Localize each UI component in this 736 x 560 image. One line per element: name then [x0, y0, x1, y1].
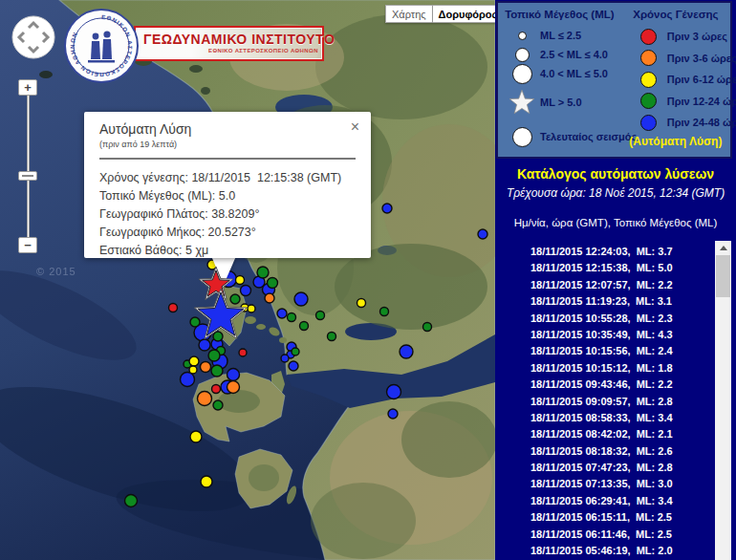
- legend-size-item: 4.0 < ML ≤ 5.0: [498, 64, 621, 83]
- magnitude-circle-icon: [508, 127, 536, 147]
- legend-time-title: Χρόνος Γένεσης: [621, 9, 730, 20]
- legend-time-label: Πριν 12-24 ώρες: [667, 96, 736, 107]
- legend-time-label: Πριν 3-6 ώρες: [667, 53, 736, 64]
- legend-size-item: ML ≤ 2.5: [498, 26, 621, 45]
- catalog-entry[interactable]: 18/11/2015 06:11:46, ML: 2.5: [495, 527, 715, 543]
- legend-panel: Τοπικό Μέγεθος (ML) ML ≤ 2.52.5 < ML ≤ 4…: [496, 1, 732, 159]
- legend-size-label: ML ≤ 2.5: [540, 30, 581, 41]
- legend-magnitude-title: Τοπικό Μέγεθος (ML): [498, 9, 621, 20]
- legend-time-item: Πριν 3 ώρες: [621, 26, 730, 48]
- catalog-entry[interactable]: 18/11/2015 05:46:19, ML: 2.0: [495, 543, 715, 559]
- legend-time-label: Πριν 3 ώρες: [667, 31, 727, 42]
- map-pan-control[interactable]: [11, 15, 55, 59]
- catalog-entry[interactable]: 18/11/2015 08:42:02, ML: 2.1: [495, 426, 715, 442]
- legend-time-item: Πριν 12-24 ώρες: [621, 91, 730, 113]
- catalog-title: Κατάλογος αυτόματων λύσεων: [495, 166, 736, 182]
- popup-detail-line: Χρόνος γένεσης: 18/11/2015 12:15:38 (GMT…: [99, 169, 356, 187]
- zoom-out-button[interactable]: −: [18, 237, 37, 253]
- popup-details: Χρόνος γένεσης: 18/11/2015 12:15:38 (GMT…: [99, 169, 356, 260]
- catalog-entry[interactable]: 18/11/2015 07:13:35, ML: 3.0: [495, 476, 715, 492]
- institute-banner: ΓΕΩΔΥΝΑΜΙΚΟ ΙΝΣΤΙΤΟΥΤΟ ΕΘΝΙΚΟ ΑΣΤΕΡΟΣΚΟΠ…: [134, 26, 324, 61]
- legend-size-item: ML > 5.0: [498, 83, 621, 121]
- magnitude-circle-icon: [508, 32, 536, 40]
- legend-time-label: Πριν 6-12 ώρες: [667, 74, 736, 85]
- catalog-entry[interactable]: 18/11/2015 06:15:11, ML: 2.5: [495, 509, 715, 526]
- legend-size-label: ML > 5.0: [540, 97, 582, 108]
- map-type-button-satellite[interactable]: Δορυφόρος: [433, 5, 495, 23]
- catalog-columns-label: Ημ/νία, ώρα (GMT), Τοπικό Μέγεθος (ML): [495, 217, 736, 228]
- last-earthquake-star[interactable]: [198, 292, 244, 335]
- zoom-slider-handle[interactable]: [18, 171, 37, 181]
- legend-footer: (Αυτόματη Λύση): [621, 135, 730, 148]
- legend-time-item: Πριν 24-48 ώρες: [621, 112, 730, 134]
- catalog-entry[interactable]: 18/11/2015 06:29:41, ML: 3.4: [495, 493, 715, 509]
- catalog-entry[interactable]: 18/11/2015 10:55:28, ML: 2.3: [495, 311, 715, 327]
- map-type-button-map[interactable]: Χάρτης: [385, 5, 433, 23]
- time-color-icon: [635, 93, 663, 109]
- catalog-entry[interactable]: 18/11/2015 09:09:57, ML: 2.8: [495, 394, 715, 410]
- scrollbar-thumb[interactable]: [716, 255, 730, 297]
- legend-size-label: 4.0 < ML ≤ 5.0: [540, 68, 608, 79]
- popup-detail-line: Γεωγραφικό Μήκος: 20.5273°: [99, 224, 356, 242]
- catalog-scrollbar[interactable]: [715, 241, 731, 560]
- popup-detail-line: Τοπικό Μέγεθος (ML): 5.0: [99, 187, 356, 205]
- legend-time-column: Χρόνος Γένεσης Πριν 3 ώρεςΠριν 3-6 ώρεςΠ…: [621, 3, 730, 157]
- time-color-icon: [635, 50, 663, 66]
- institute-logo: ΓΕΩΔΥΝΑΜΙΚΟ ΙΝΣΤΙΤΟΥΤΟ ΕΘΝΙΚΟ ΑΣΤΕΡΟΣΚΟΠ…: [63, 8, 326, 90]
- close-icon[interactable]: ×: [351, 119, 359, 135]
- catalog-entry[interactable]: 18/11/2015 08:18:32, ML: 2.6: [495, 443, 715, 460]
- scrollbar-up-arrow-icon[interactable]: [715, 241, 731, 254]
- legend-time-label: Πριν 24-48 ώρες: [667, 117, 736, 128]
- popup-detail-line: Εστιακό Βάθος: 5 χμ: [99, 242, 356, 260]
- popup-age: (πριν από 19 λεπτά): [99, 140, 356, 149]
- map-type-switcher: Χάρτης Δορυφόρος: [385, 5, 495, 23]
- catalog-entry[interactable]: 18/11/2015 08:58:33, ML: 3.4: [495, 410, 715, 426]
- catalog-current-time: Τρέχουσα ώρα: 18 Νοέ 2015, 12:34 (GMT): [495, 186, 736, 200]
- catalog-entry[interactable]: 18/11/2015 09:43:46, ML: 2.2: [495, 377, 715, 393]
- time-color-icon: [635, 72, 663, 88]
- catalog-list[interactable]: 18/11/2015 12:24:03, ML: 3.718/11/2015 1…: [495, 241, 715, 560]
- catalog-entry[interactable]: 18/11/2015 12:15:38, ML: 5.0: [495, 260, 715, 276]
- legend-time-item: Πριν 3-6 ώρες: [621, 48, 730, 70]
- popup-divider: [99, 158, 356, 160]
- catalog-entry[interactable]: 18/11/2015 11:19:23, ML: 3.1: [495, 293, 715, 310]
- catalog-section: Κατάλογος αυτόματων λύσεων Τρέχουσα ώρα:…: [495, 161, 736, 560]
- catalog-entry[interactable]: 18/11/2015 10:15:12, ML: 1.8: [495, 360, 715, 377]
- time-color-icon: [635, 115, 663, 131]
- auto-solution-popup: Αυτόματη Λύση (πριν από 19 λεπτά) Χρόνος…: [84, 112, 371, 258]
- institute-subtitle: ΕΘΝΙΚΟ ΑΣΤΕΡΟΣΚΟΠΕΙΟ ΑΘΗΝΩΝ: [136, 48, 318, 54]
- magnitude-star-icon: [508, 83, 536, 121]
- legend-size-item: 2.5 < ML ≤ 4.0: [498, 45, 621, 64]
- catalog-entry[interactable]: 18/11/2015 07:47:23, ML: 2.8: [495, 460, 715, 476]
- popup-title: Αυτόματη Λύση: [99, 121, 356, 137]
- satellite-map[interactable]: © 2015 + − Χάρτης Δορυφόρος ΓΕΩΔΥΝΑΜΙΚΟ …: [0, 0, 495, 560]
- catalog-entry[interactable]: 18/11/2015 12:07:57, ML: 2.2: [495, 277, 715, 293]
- observatory-seal-logo: ΕΘΝΙΚΟΝ ΑΣΤΕΡΟΣΚΟΠΕΙΟΝ ΑΘΗΝΩΝ: [63, 8, 140, 84]
- zoom-in-button[interactable]: +: [18, 79, 37, 96]
- catalog-entry[interactable]: 18/11/2015 10:15:56, ML: 2.4: [495, 343, 715, 359]
- catalog-entry[interactable]: 18/11/2015 12:24:03, ML: 3.7: [495, 244, 715, 260]
- time-color-icon: [635, 29, 663, 45]
- magnitude-circle-icon: [508, 64, 536, 84]
- catalog-entry[interactable]: 18/11/2015 10:35:49, ML: 4.3: [495, 327, 715, 343]
- map-zoom-control: + −: [18, 79, 38, 96]
- institute-title: ΓΕΩΔΥΝΑΜΙΚΟ ΙΝΣΤΙΤΟΥΤΟ: [143, 32, 322, 47]
- sidebar: Τοπικό Μέγεθος (ML) ML ≤ 2.52.5 < ML ≤ 4…: [495, 0, 736, 560]
- legend-time-item: Πριν 6-12 ώρες: [621, 69, 730, 91]
- magnitude-circle-icon: [508, 48, 536, 62]
- legend-size-item: Τελευταίος σεισμός: [498, 123, 621, 150]
- legend-magnitude-column: Τοπικό Μέγεθος (ML) ML ≤ 2.52.5 < ML ≤ 4…: [498, 3, 621, 157]
- popup-detail-line: Γεωγραφικό Πλάτος: 38.8209°: [99, 205, 356, 224]
- legend-size-label: 2.5 < ML ≤ 4.0: [540, 49, 608, 60]
